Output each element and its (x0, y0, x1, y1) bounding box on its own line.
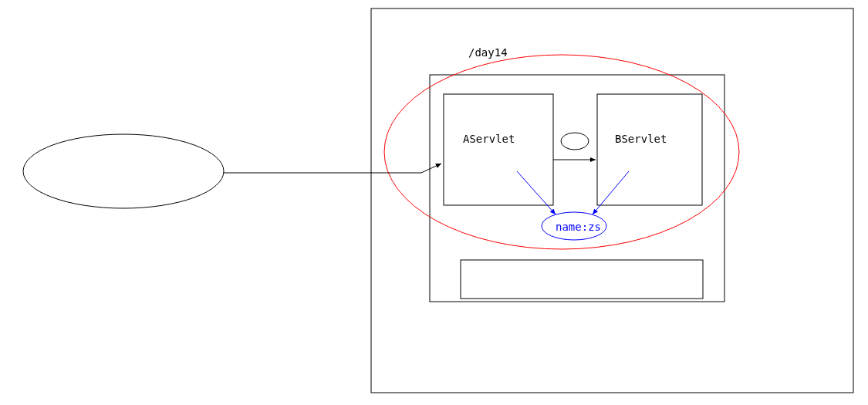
client-ellipse (23, 134, 224, 208)
bservlet-label: BServlet (615, 133, 667, 145)
context-path-label: /day14 (468, 46, 508, 59)
diagram-canvas (0, 0, 868, 405)
arrow-bservlet-to-name (593, 171, 629, 214)
bservlet-box (597, 94, 702, 205)
aservlet-label: AServlet (463, 133, 515, 145)
aservlet-box (444, 94, 553, 205)
arrow-client-to-aservlet-head-seg (421, 164, 441, 173)
lower-inner-rect (461, 260, 703, 299)
inner-container-rect (430, 75, 724, 302)
name-zs-text: name:zs (556, 221, 601, 233)
arrow-aservlet-to-name (517, 171, 556, 214)
small-ellipse (561, 133, 589, 150)
